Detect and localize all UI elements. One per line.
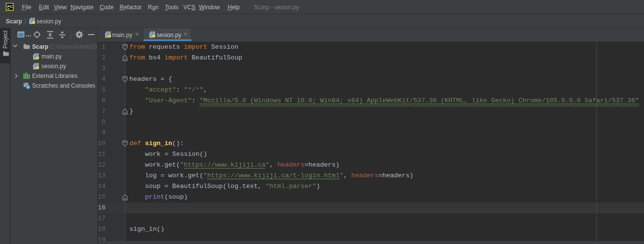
svg-text:PC: PC [7,4,13,9]
